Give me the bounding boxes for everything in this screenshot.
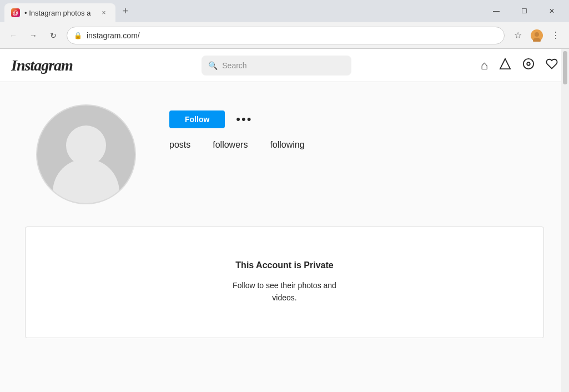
more-options-button[interactable]: ••• — [231, 110, 256, 129]
svg-marker-3 — [500, 58, 510, 68]
profile-avatar[interactable] — [528, 27, 546, 44]
profile-info: Follow ••• posts followers following — [169, 104, 533, 150]
profile-stats: posts followers following — [169, 140, 533, 150]
lock-icon: 🔒 — [74, 32, 82, 39]
posts-label: posts — [169, 140, 190, 150]
back-button[interactable]: ← — [4, 27, 22, 44]
avatar-container — [36, 104, 136, 204]
title-bar: @ • Instagram photos a × + — ☐ ✕ — [0, 0, 569, 22]
posts-stat: posts — [169, 140, 190, 150]
new-tab-button[interactable]: + — [118, 3, 133, 19]
address-bar[interactable]: 🔒 instagram.com/ — [67, 27, 505, 44]
nav-icons: ⌂ — [481, 58, 558, 73]
close-button[interactable]: ✕ — [539, 2, 565, 20]
search-input[interactable] — [222, 61, 345, 70]
profile-actions: Follow ••• — [169, 110, 533, 129]
page-content: Instagram 🔍 ⌂ — [0, 49, 569, 392]
followers-label: followers — [213, 140, 248, 150]
reload-button[interactable]: ↻ — [44, 27, 62, 44]
compass-icon[interactable] — [522, 58, 535, 73]
bookmark-button[interactable]: ☆ — [509, 27, 527, 44]
menu-button[interactable]: ⋮ — [547, 27, 565, 44]
explore-icon[interactable] — [499, 58, 511, 73]
svg-point-5 — [527, 62, 530, 66]
tab-close-button[interactable]: × — [99, 8, 109, 18]
followers-stat[interactable]: followers — [213, 140, 248, 150]
following-stat[interactable]: following — [270, 140, 304, 150]
following-label: following — [270, 140, 304, 150]
window-controls: — ☐ ✕ — [484, 2, 565, 20]
svg-point-1 — [535, 32, 539, 37]
private-account-description: Follow to see their photos andvideos. — [37, 279, 532, 304]
browser-toolbar: ← → ↻ 🔒 instagram.com/ ☆ ⋮ — [0, 22, 569, 49]
avatar-person-graphic — [37, 104, 135, 203]
instagram-logo: Instagram — [11, 57, 73, 74]
maximize-button[interactable]: ☐ — [511, 2, 537, 20]
private-account-box: This Account is Private Follow to see th… — [25, 227, 544, 338]
tab-title: • Instagram photos a — [24, 9, 94, 17]
forward-button[interactable]: → — [24, 27, 42, 44]
profile-avatar — [36, 104, 136, 204]
private-account-title: This Account is Private — [37, 260, 532, 270]
avatar-body — [53, 159, 119, 203]
tab-strip: @ • Instagram photos a × + — [4, 0, 477, 22]
search-icon: 🔍 — [208, 61, 218, 70]
search-bar[interactable]: 🔍 — [202, 56, 351, 76]
url-text: instagram.com/ — [87, 31, 497, 40]
toolbar-actions: ☆ ⋮ — [509, 27, 565, 44]
minimize-button[interactable]: — — [484, 2, 509, 20]
browser-window: @ • Instagram photos a × + — ☐ ✕ ← → ↻ 🔒… — [0, 0, 569, 392]
heart-icon[interactable] — [546, 58, 558, 73]
home-icon[interactable]: ⌂ — [481, 58, 488, 73]
scroll-thumb[interactable] — [563, 51, 567, 84]
tab-favicon: @ — [11, 8, 20, 17]
instagram-navbar: Instagram 🔍 ⌂ — [0, 49, 569, 82]
scrollbar[interactable] — [561, 49, 569, 392]
svg-point-4 — [523, 58, 533, 68]
follow-button[interactable]: Follow — [169, 110, 225, 128]
browser-tab[interactable]: @ • Instagram photos a × — [4, 3, 115, 22]
profile-section: Follow ••• posts followers following — [25, 82, 544, 215]
